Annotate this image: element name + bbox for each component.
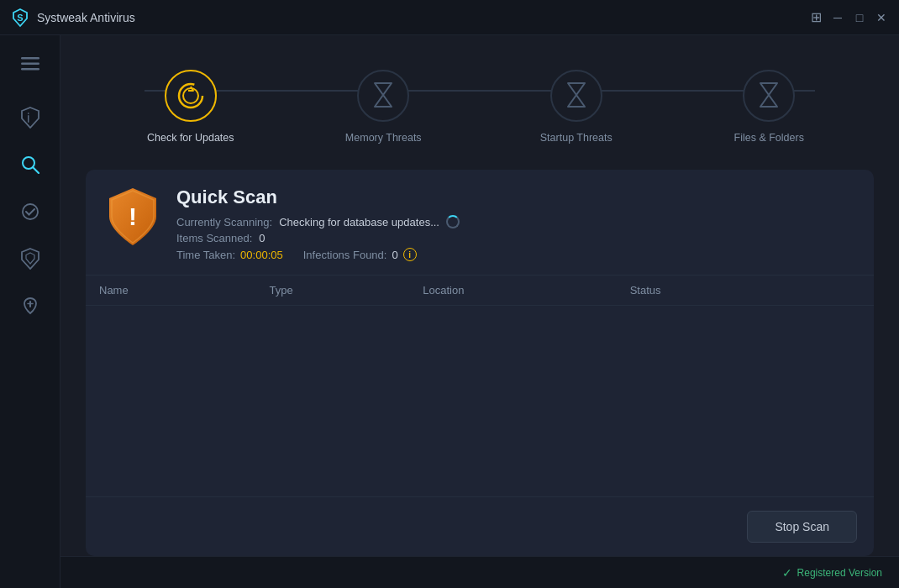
currently-scanning-row: Currently Scanning: Checking for databas…	[176, 215, 854, 228]
app-logo: S Systweak Antivirus	[10, 8, 808, 28]
items-scanned-row: Items Scanned: 0	[176, 232, 854, 244]
svg-marker-11	[22, 249, 39, 269]
sidebar-item-shield[interactable]	[10, 97, 50, 138]
sidebar-item-guard[interactable]	[10, 239, 50, 279]
scan-footer: Stop Scan	[86, 496, 874, 556]
sidebar-item-scan[interactable]	[10, 144, 50, 185]
scan-results-table: Name Type Location Status	[86, 276, 874, 496]
scan-card: ! Quick Scan Currently Scanning: Checkin…	[86, 170, 874, 556]
time-taken-stat: Time Taken: 00:00:05	[176, 249, 283, 261]
step-label-3: Startup Threats	[540, 132, 612, 144]
sidebar-item-boost[interactable]	[10, 286, 50, 326]
step-label-2: Memory Threats	[345, 132, 422, 144]
step-circle-4	[743, 70, 795, 122]
col-type: Type	[256, 276, 410, 306]
scan-header: ! Quick Scan Currently Scanning: Checkin…	[86, 170, 874, 276]
time-taken-value: 00:00:05	[240, 249, 283, 261]
svg-text:!: !	[129, 202, 137, 230]
svg-rect-7	[28, 113, 29, 114]
svg-point-10	[23, 204, 38, 219]
svg-marker-12	[26, 253, 34, 264]
svg-rect-6	[28, 115, 29, 123]
currently-scanning-value: Checking for database updates...	[279, 216, 439, 228]
scan-stats-row: Time Taken: 00:00:05 Infections Found: 0…	[176, 248, 854, 261]
sidebar-item-protection[interactable]	[10, 192, 50, 232]
items-scanned-label: Items Scanned:	[176, 232, 252, 244]
scan-shield-icon: !	[106, 186, 160, 247]
svg-line-9	[33, 167, 39, 173]
svg-rect-2	[21, 57, 39, 60]
app-title: Systweak Antivirus	[37, 11, 135, 24]
step-files-folders: Files & Folders	[673, 70, 866, 144]
scan-title: Quick Scan	[176, 186, 854, 208]
col-status: Status	[617, 276, 792, 306]
step-circle-3	[550, 70, 602, 122]
infections-found-label: Infections Found:	[303, 249, 387, 261]
registered-check-icon: ✓	[782, 566, 792, 580]
infections-found-value: 0	[392, 249, 397, 261]
col-location: Location	[409, 276, 616, 306]
scan-info: Quick Scan Currently Scanning: Checking …	[176, 186, 854, 261]
currently-scanning-label: Currently Scanning:	[176, 216, 272, 228]
svg-rect-4	[21, 68, 39, 71]
items-scanned-value: 0	[259, 232, 265, 244]
infections-info-icon[interactable]: i	[403, 248, 417, 261]
step-memory-threats: Memory Threats	[287, 70, 481, 144]
time-taken-label: Time Taken:	[176, 249, 235, 261]
col-actions	[792, 276, 874, 306]
step-circle-1	[165, 70, 217, 122]
scan-steps: Check for Updates Memory Threats	[60, 35, 899, 170]
app-logo-icon: S	[10, 8, 30, 28]
registered-status: Registered Version	[797, 567, 882, 579]
svg-text:S: S	[17, 13, 23, 23]
step-label-4: Files & Folders	[734, 132, 804, 144]
maximize-button[interactable]: □	[852, 10, 867, 25]
window-controls: ⊞ ─ □ ✕	[808, 10, 889, 25]
step-startup-threats: Startup Threats	[480, 70, 673, 144]
sidebar-hamburger-icon[interactable]	[10, 44, 50, 84]
close-button[interactable]: ✕	[874, 10, 889, 25]
step-label-1: Check for Updates	[147, 132, 234, 144]
content-area: Check for Updates Memory Threats	[60, 35, 899, 588]
step-check-updates: Check for Updates	[94, 70, 287, 144]
col-name: Name	[86, 276, 256, 306]
minimize-button[interactable]: ─	[830, 10, 845, 25]
taskbar-icon[interactable]: ⊞	[808, 10, 823, 25]
main-layout: Check for Updates Memory Threats	[0, 35, 899, 588]
step-circle-2	[357, 70, 409, 122]
stop-scan-button[interactable]: Stop Scan	[747, 511, 857, 543]
steps-list: Check for Updates Memory Threats	[94, 70, 865, 144]
infections-found-stat: Infections Found: 0 i	[303, 248, 417, 261]
sidebar	[0, 35, 60, 588]
statusbar: ✓ Registered Version	[60, 556, 899, 588]
titlebar: S Systweak Antivirus ⊞ ─ □ ✕	[0, 0, 899, 35]
svg-marker-5	[22, 108, 39, 128]
scan-spinner-icon	[446, 215, 460, 228]
svg-rect-3	[21, 63, 39, 66]
